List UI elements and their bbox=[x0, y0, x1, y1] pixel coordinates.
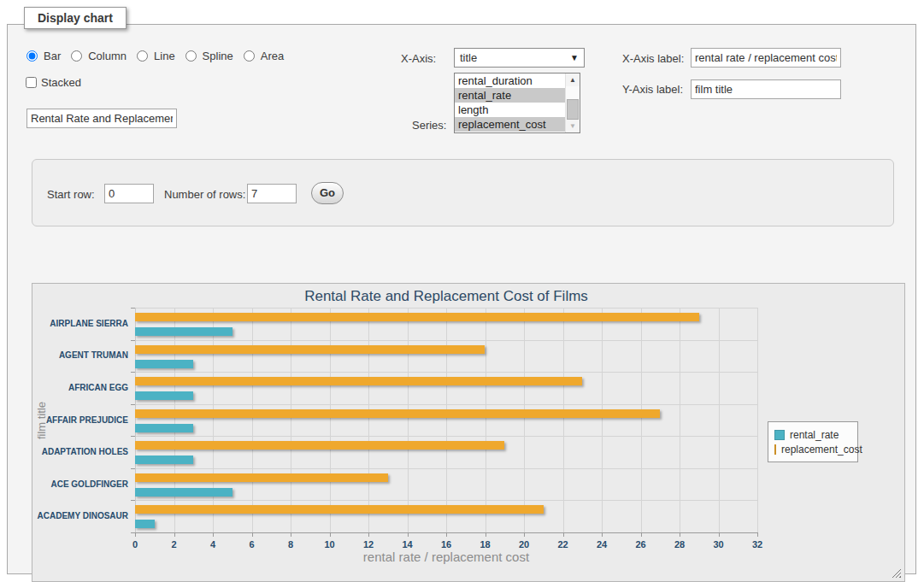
y-tick bbox=[131, 404, 135, 405]
bar-rental_rate[interactable] bbox=[135, 391, 193, 400]
row-range-panel: Start row: Number of rows: Go bbox=[32, 159, 894, 226]
legend-swatch-replacement_cost bbox=[774, 444, 776, 455]
x-tick-label: 20 bbox=[519, 539, 529, 550]
bar-rental_rate[interactable] bbox=[135, 488, 232, 497]
y-axis-line bbox=[135, 308, 136, 532]
category-label: AFFAIR PREJUDICE bbox=[32, 415, 128, 425]
x-tick bbox=[291, 532, 291, 537]
x-tick-label: 2 bbox=[171, 539, 176, 550]
bar-replacement_cost[interactable] bbox=[135, 409, 660, 418]
x-tick bbox=[446, 532, 447, 537]
y-tick bbox=[131, 372, 135, 373]
x-tick bbox=[408, 532, 409, 537]
x-tick-label: 32 bbox=[752, 539, 762, 550]
x-tick bbox=[486, 532, 486, 537]
chart-type-label-bar[interactable]: Bar bbox=[44, 50, 61, 62]
gridline-x bbox=[602, 308, 603, 532]
stacked-label: Stacked bbox=[41, 76, 81, 89]
gridline-x bbox=[252, 308, 253, 532]
chart-type-radio-bar[interactable] bbox=[26, 50, 38, 62]
start-row-label: Start row: bbox=[47, 188, 95, 201]
series-select-label: Series: bbox=[412, 119, 446, 132]
chart-type-radio-column[interactable] bbox=[71, 50, 82, 62]
gridline-y bbox=[135, 436, 757, 437]
x-tick-label: 24 bbox=[597, 539, 607, 550]
legend-item-replacement_cost[interactable]: replacement_cost bbox=[774, 443, 851, 456]
series-option-replacement_cost[interactable]: replacement_cost bbox=[455, 117, 565, 132]
bar-rental_rate[interactable] bbox=[135, 424, 193, 432]
gridline-x bbox=[524, 308, 525, 532]
bar-replacement_cost[interactable] bbox=[135, 505, 544, 514]
panel-title: Display chart bbox=[24, 7, 127, 29]
gridline-y bbox=[135, 308, 757, 309]
series-scrollbar[interactable]: ▲ ▼ bbox=[565, 73, 580, 132]
y-tick bbox=[131, 500, 135, 501]
x-axis-title: rental rate / replacement cost bbox=[135, 550, 757, 564]
bar-replacement_cost[interactable] bbox=[135, 441, 504, 450]
x-axis-label-input[interactable] bbox=[691, 48, 841, 68]
gridline-x bbox=[680, 308, 680, 532]
y-axis-text-label: Y-Axis label: bbox=[622, 83, 683, 96]
x-tick-label: 6 bbox=[249, 539, 254, 550]
chart-type-radio-line[interactable] bbox=[137, 50, 148, 62]
x-axis-select[interactable]: title ▼ bbox=[454, 48, 585, 68]
chart-type-radio-area[interactable] bbox=[244, 50, 255, 62]
bar-rental_rate[interactable] bbox=[135, 360, 193, 368]
x-tick-label: 26 bbox=[635, 539, 645, 550]
x-tick bbox=[719, 532, 720, 537]
bar-replacement_cost[interactable] bbox=[135, 377, 582, 385]
x-axis-line bbox=[131, 532, 757, 533]
start-row-input[interactable] bbox=[104, 184, 154, 203]
y-tick bbox=[131, 340, 135, 341]
x-tick bbox=[252, 532, 253, 537]
series-options: rental_durationrental_ratelengthreplacem… bbox=[455, 73, 565, 132]
bar-rental_rate[interactable] bbox=[135, 520, 155, 528]
gridline-x bbox=[486, 308, 486, 532]
x-tick-label: 30 bbox=[713, 539, 723, 550]
chart-type-label-area[interactable]: Area bbox=[261, 50, 284, 62]
gridline-x bbox=[719, 308, 720, 532]
scrollbar-thumb[interactable] bbox=[567, 99, 579, 120]
gridline-x bbox=[446, 308, 447, 532]
x-tick bbox=[524, 532, 525, 537]
page: Display chart BarColumnLineSplineArea St… bbox=[0, 0, 924, 582]
bar-replacement_cost[interactable] bbox=[135, 345, 485, 354]
x-axis-text-label: X-Axis label: bbox=[622, 52, 684, 65]
chart-title: Rental Rate and Replacement Cost of Film… bbox=[135, 288, 757, 305]
display-chart-panel: BarColumnLineSplineArea Stacked X-Axis: … bbox=[7, 24, 916, 574]
category-label: AGENT TRUMAN bbox=[32, 350, 128, 360]
gridline-x bbox=[291, 308, 291, 532]
category-label: ADAPTATION HOLES bbox=[32, 447, 128, 456]
resize-grip-icon[interactable] bbox=[892, 568, 901, 578]
series-option-rental_rate[interactable]: rental_rate bbox=[455, 88, 565, 103]
chart-title-input[interactable] bbox=[26, 109, 177, 128]
gridline-x bbox=[641, 308, 642, 532]
bar-rental_rate[interactable] bbox=[135, 456, 193, 464]
series-option-rental_duration[interactable]: rental_duration bbox=[455, 73, 565, 88]
gridline-y bbox=[135, 500, 757, 501]
x-tick bbox=[680, 532, 680, 537]
series-option-length[interactable]: length bbox=[455, 103, 565, 117]
chart-type-radio-spline[interactable] bbox=[185, 50, 197, 62]
chart-type-label-line[interactable]: Line bbox=[154, 50, 175, 62]
y-axis-label-input[interactable] bbox=[691, 79, 841, 99]
chart-type-label-column[interactable]: Column bbox=[88, 50, 127, 62]
bar-replacement_cost[interactable] bbox=[135, 473, 388, 482]
x-tick-label: 16 bbox=[441, 539, 451, 550]
y-tick bbox=[131, 532, 135, 533]
x-tick-label: 8 bbox=[288, 539, 293, 550]
bar-replacement_cost[interactable] bbox=[135, 313, 699, 321]
chart-type-label-spline[interactable]: Spline bbox=[203, 50, 233, 62]
gridline-x bbox=[757, 308, 758, 532]
bar-rental_rate[interactable] bbox=[135, 327, 232, 336]
x-tick bbox=[213, 532, 214, 537]
x-tick-label: 28 bbox=[674, 539, 685, 550]
x-tick-label: 4 bbox=[210, 539, 215, 550]
go-button[interactable]: Go bbox=[311, 182, 344, 204]
stacked-checkbox[interactable] bbox=[26, 77, 37, 88]
scroll-up-icon[interactable]: ▲ bbox=[566, 73, 580, 86]
series-listbox[interactable]: rental_durationrental_ratelengthreplacem… bbox=[454, 73, 580, 133]
number-of-rows-input[interactable] bbox=[247, 184, 297, 203]
scroll-down-icon[interactable]: ▼ bbox=[566, 120, 580, 132]
legend-item-rental_rate[interactable]: rental_rate bbox=[774, 428, 851, 441]
